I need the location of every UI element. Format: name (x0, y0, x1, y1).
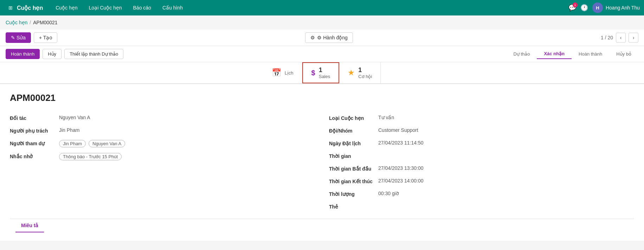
edit-button[interactable]: ✎ Sửa (6, 32, 31, 43)
form-left-section: Đối tác Nguyen Van A Người phụ trách Jin… (10, 112, 315, 213)
smart-btn-lich[interactable]: 📅 Lịch (263, 62, 302, 83)
apps-menu-button[interactable]: ⊞ (4, 0, 17, 15)
next-page-button[interactable]: › (629, 33, 638, 43)
gear-icon: ⚙ (310, 35, 315, 40)
tag-jin-pham: Jin Pham (59, 140, 86, 147)
label-nguoi-phu-trach: Người phụ trách (10, 127, 59, 134)
value-nguoi-phu-trach: Jin Pham (59, 127, 315, 133)
tab-mieu-ta[interactable]: Miêu tả (15, 219, 44, 232)
username-label: Hoang Anh Thu (606, 5, 640, 11)
label-the: Thẻ (329, 203, 378, 210)
pagination-text: 1 / 20 (601, 35, 613, 40)
toolbar: ✎ Sửa + Tạo ⚙ ⚙ Hành động 1 / 20 ‹ › (0, 30, 644, 46)
user-menu[interactable]: H Hoang Anh Thu (592, 2, 640, 13)
breadcrumb: Cuộc hẹn / APM00021 (0, 15, 644, 30)
label-thoi-gian-ket-thuc: Thời gian Kết thúc (329, 178, 378, 184)
chevron-right-icon: › (633, 35, 635, 40)
clock-button[interactable]: 🕐 (580, 4, 588, 12)
lich-label: Lịch (285, 70, 294, 76)
stage-xac-nhan[interactable]: Xác nhận (537, 49, 572, 59)
avatar: H (592, 2, 603, 13)
form-row-thoi-luong: Thời lượng 00:30 giờ (329, 188, 634, 200)
stage-huy-bo[interactable]: Hủy bỏ (609, 49, 638, 59)
value-thoi-luong: 00:30 giờ (378, 191, 634, 196)
prev-page-button[interactable]: ‹ (616, 33, 626, 43)
grid-icon: ⊞ (8, 5, 13, 11)
value-thoi-gian-ket-thuc: 27/04/2023 14:00:00 (378, 178, 634, 184)
value-doi-nhom: Customer Support (378, 127, 634, 133)
record-id: APM00021 (10, 92, 634, 103)
smart-buttons-row: 📅 Lịch $ 1 Sales ★ 1 Cơ hội (0, 62, 644, 84)
action-button[interactable]: ⚙ ⚙ Hành động (305, 32, 353, 43)
label-thoi-gian-bat-dau: Thời gian Bắt đầu (329, 165, 378, 172)
calendar-icon: 📅 (272, 68, 281, 77)
label-nhac-nho: Nhắc nhở (10, 153, 59, 159)
form-row-thoi-gian: Thời gian (329, 150, 634, 162)
sales-info: 1 Sales (319, 66, 330, 79)
main-form: APM00021 Đối tác Nguyen Van A Người phụ … (0, 84, 644, 241)
form-right-section: Loại Cuộc hẹn Tư vấn Đội/Nhóm Customer S… (329, 112, 634, 213)
form-row-nguoi-phu-trach: Người phụ trách Jin Pham (10, 124, 315, 137)
nav-cau-hinh[interactable]: Cấu hình (157, 0, 188, 15)
star-icon: ★ (348, 68, 355, 77)
value-nhac-nho: Thông báo - Trước 15 Phút (59, 153, 315, 160)
breadcrumb-parent[interactable]: Cuộc hẹn (6, 20, 27, 25)
pagination: 1 / 20 ‹ › (601, 33, 638, 43)
topnav-right-section: 💬 1 🕐 H Hoang Anh Thu (568, 2, 640, 13)
nav-bao-cao[interactable]: Báo cáo (128, 0, 157, 15)
cohoi-info: 1 Cơ hội (358, 66, 372, 79)
value-thoi-gian-bat-dau: 27/04/2023 13:30:00 (378, 165, 634, 171)
label-thoi-gian: Thời gian (329, 153, 378, 159)
tag-nguyen-van-a: Nguyen Van A (89, 140, 125, 147)
breadcrumb-separator: / (30, 20, 31, 25)
label-doi-nhom: Đội/Nhóm (329, 127, 378, 134)
main-nav-menu: Cuộc hẹn Loại Cuộc hẹn Báo cáo Cấu hình (50, 0, 568, 15)
form-row-doi-tac: Đối tác Nguyen Van A (10, 112, 315, 124)
label-ngay-dat-lich: Ngày Đặt lịch (329, 140, 378, 146)
nav-loai-cuoc-hen[interactable]: Loại Cuộc hẹn (83, 0, 128, 15)
dollar-icon: $ (311, 69, 315, 77)
cohoi-count: 1 (358, 66, 372, 74)
nav-cuoc-hen[interactable]: Cuộc hẹn (50, 0, 83, 15)
action-button-label: ⚙ Hành động (317, 35, 348, 40)
smart-btn-cohoi[interactable]: ★ 1 Cơ hội (339, 62, 381, 83)
app-brand: Cuộc hẹn (17, 5, 43, 11)
cancel-button[interactable]: Hủy (43, 49, 62, 59)
value-doi-tac: Nguyen Van A (59, 115, 315, 120)
form-row-ngay-dat-lich: Ngày Đặt lịch 27/04/2023 11:14:50 (329, 137, 634, 150)
chevron-left-icon: ‹ (620, 35, 622, 40)
value-ngay-dat-lich: 27/04/2023 11:14:50 (378, 140, 634, 146)
form-row-loai-cuoc-hen: Loại Cuộc hẹn Tư vấn (329, 112, 634, 124)
label-loai-cuoc-hen: Loại Cuộc hẹn (329, 115, 378, 121)
smart-btn-sales[interactable]: $ 1 Sales (302, 62, 340, 83)
value-nguoi-tham-du: Jin Pham Nguyen Van A (59, 140, 315, 147)
label-nguoi-tham-du: Người tham dự (10, 140, 59, 146)
complete-button[interactable]: Hoàn thành (6, 49, 40, 59)
clock-icon: 🕐 (580, 4, 588, 11)
sales-label: Sales (319, 74, 330, 79)
stage-hoan-thanh[interactable]: Hoàn thành (572, 49, 609, 59)
sales-count: 1 (319, 66, 330, 74)
value-loai-cuoc-hen: Tư vấn (378, 115, 634, 120)
cohoi-label: Cơ hội (358, 74, 372, 79)
stage-du-thao[interactable]: Dự thảo (506, 49, 537, 59)
form-row-thoi-gian-bat-dau: Thời gian Bắt đầu 27/04/2023 13:30:00 (329, 162, 634, 175)
create-button[interactable]: + Tạo (34, 32, 57, 43)
top-navigation: ⊞ Cuộc hẹn Cuộc hẹn Loại Cuộc hẹn Báo cá… (0, 0, 644, 15)
status-bar: Hoàn thành Hủy Thiết lập thành Dự thảo D… (0, 46, 644, 62)
breadcrumb-current: APM00021 (33, 20, 57, 25)
form-row-nguoi-tham-du: Người tham dự Jin Pham Nguyen Van A (10, 137, 315, 150)
form-grid: Đối tác Nguyen Van A Người phụ trách Jin… (10, 112, 634, 213)
form-row-nhac-nho: Nhắc nhở Thông báo - Trước 15 Phút (10, 150, 315, 163)
tab-bar: Miêu tả (10, 219, 634, 232)
set-draft-button[interactable]: Thiết lập thành Dự thảo (64, 49, 123, 59)
message-button[interactable]: 💬 1 (568, 4, 576, 12)
form-row-the: Thẻ (329, 200, 634, 213)
smart-buttons-right-spacer (381, 62, 644, 83)
form-row-thoi-gian-ket-thuc: Thời gian Kết thúc 27/04/2023 14:00:00 (329, 175, 634, 188)
stage-indicators: Dự thảo Xác nhận Hoàn thành Hủy bỏ (506, 49, 638, 59)
smart-buttons-left-spacer (0, 62, 263, 83)
label-doi-tac: Đối tác (10, 115, 59, 121)
message-badge: 1 (573, 2, 578, 7)
label-thoi-luong: Thời lượng (329, 191, 378, 197)
